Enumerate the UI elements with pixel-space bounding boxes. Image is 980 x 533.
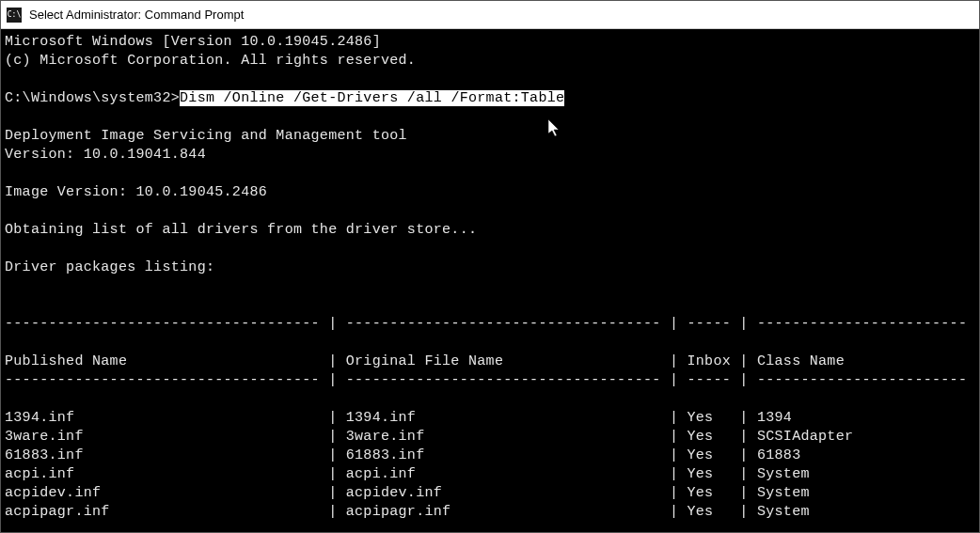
entered-command: Dism /Online /Get-Drivers /all /Format:T…: [180, 90, 564, 106]
image-version-line: Image Version: 10.0.19045.2486: [5, 184, 267, 200]
table-body: 1394.inf | 1394.inf | Yes | 1394 | 3ware…: [5, 410, 979, 520]
window-title: Select Administrator: Command Prompt: [29, 8, 244, 22]
terminal-area[interactable]: Microsoft Windows [Version 10.0.19045.24…: [1, 29, 979, 532]
titlebar[interactable]: C:\ Select Administrator: Command Prompt: [1, 1, 979, 29]
table-header-sep: ------------------------------------ | -…: [5, 372, 979, 388]
table-header-row: Published Name | Original File Name | In…: [5, 353, 979, 369]
listing-line: Driver packages listing:: [5, 259, 214, 275]
os-version-line: Microsoft Windows [Version 10.0.19045.24…: [5, 34, 381, 50]
command-prompt-window: C:\ Select Administrator: Command Prompt…: [0, 0, 980, 533]
table-top-border: ------------------------------------ | -…: [5, 316, 979, 332]
cmd-icon: C:\: [7, 8, 22, 23]
mouse-cursor-icon: [548, 119, 561, 138]
prompt: C:\Windows\system32>: [5, 90, 180, 106]
dism-tool-name: Deployment Image Servicing and Managemen…: [5, 128, 407, 144]
copyright-line: (c) Microsoft Corporation. All rights re…: [5, 53, 416, 69]
dism-tool-version: Version: 10.0.19041.844: [5, 147, 206, 163]
obtaining-line: Obtaining list of all drivers from the d…: [5, 222, 477, 238]
